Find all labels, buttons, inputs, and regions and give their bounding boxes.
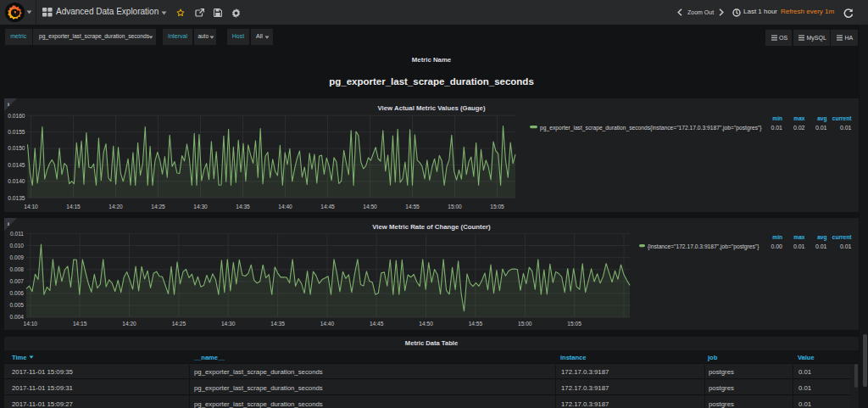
svg-text:pg_exporter_last_scrape_durati: pg_exporter_last_scrape_duration_seconds… <box>540 125 762 131</box>
svg-text:max: max <box>793 115 805 121</box>
svg-text:current: current <box>832 234 853 240</box>
svg-text:0.01: 0.01 <box>793 243 805 249</box>
svg-text:current: current <box>832 115 853 121</box>
svg-text:0.01: 0.01 <box>815 243 827 249</box>
svg-text:0.01: 0.01 <box>815 125 827 131</box>
svg-text:0.02: 0.02 <box>793 125 805 131</box>
svg-text:max: max <box>793 234 805 240</box>
svg-text:0.01: 0.01 <box>840 125 852 131</box>
svg-text:{instance="172.17.0.3:9187",jo: {instance="172.17.0.3:9187",job="postgre… <box>648 243 760 250</box>
svg-text:avg: avg <box>817 234 826 241</box>
svg-text:0.01: 0.01 <box>771 125 782 131</box>
svg-text:avg: avg <box>817 115 826 122</box>
svg-text:0.00: 0.00 <box>771 243 782 249</box>
svg-text:min: min <box>772 115 782 121</box>
svg-text:0.01: 0.01 <box>840 243 852 249</box>
svg-text:min: min <box>772 234 782 240</box>
